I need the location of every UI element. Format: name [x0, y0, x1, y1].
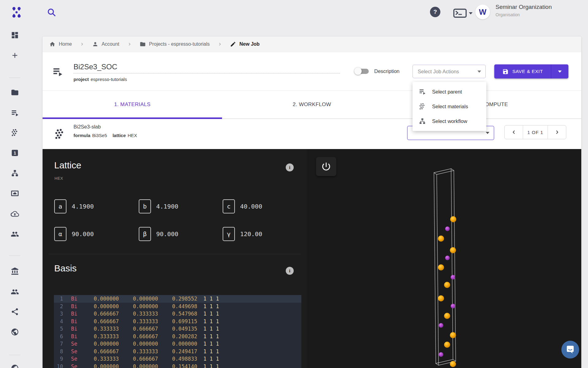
tab-materials[interactable]: 1. MATERIALS [43, 91, 222, 118]
chevron-down-icon [477, 71, 481, 73]
save-icon [502, 68, 509, 75]
basis-row[interactable]: 6Bi0.3333330.6666670.2002821 1 1 [54, 333, 301, 340]
sidebar-item-workflows[interactable] [9, 167, 21, 179]
sidebar-item-shared[interactable] [9, 305, 21, 318]
lattice-value-gamma[interactable]: 120.00 [240, 230, 262, 238]
basis-info-icon[interactable]: i [286, 267, 294, 275]
coord-y: 0.000000 [133, 363, 160, 368]
help-icon[interactable]: ? [430, 7, 440, 17]
structure-viewer[interactable] [307, 149, 581, 368]
lattice-value-beta[interactable]: 90.000 [156, 230, 178, 238]
sidebar-item-default-material[interactable]: 1 [9, 147, 21, 159]
chevron-down-icon [558, 71, 562, 73]
lattice-value-a[interactable]: 4.1900 [72, 203, 94, 210]
atom-Bi[interactable] [451, 304, 455, 309]
sidebar-item-images[interactable] [9, 187, 21, 199]
lattice-type: HEX [55, 176, 63, 181]
basis-row[interactable]: 1Bi0.0000000.0000000.2985521 1 1 [54, 295, 301, 303]
prev-page-button[interactable] [505, 125, 523, 139]
atom-Se[interactable] [438, 236, 444, 242]
atom-Bi[interactable] [445, 256, 450, 260]
lattice-value-b[interactable]: 4.1900 [156, 203, 178, 210]
menu-item-select-materials[interactable]: Select materials [413, 99, 486, 114]
job-title[interactable]: Bi2Se3_SOC [74, 63, 117, 71]
atom-Bi[interactable] [445, 227, 450, 231]
atom-Se[interactable] [450, 361, 456, 367]
basis-row[interactable]: 5Bi0.3333330.6666670.0491351 1 1 [54, 325, 301, 333]
job-actions-select[interactable]: Select Job Actions [413, 65, 486, 78]
lattice-field-beta[interactable]: β90.000 [139, 227, 223, 241]
basis-row[interactable]: 9Se0.3333330.6666670.4988331 1 1 [54, 355, 301, 363]
lattice-field-alpha[interactable]: α90.000 [54, 227, 139, 241]
constraint-flags: 1 1 1 [203, 318, 219, 325]
sidebar-item-members[interactable] [9, 286, 21, 298]
atom-Se[interactable] [438, 295, 444, 301]
basis-editor[interactable]: 1Bi0.0000000.0000000.2985521 1 12Bi0.000… [54, 295, 301, 368]
element-symbol: Se [71, 340, 81, 348]
sidebar-item-dashboard[interactable] [9, 29, 21, 41]
basis-row[interactable]: 2Bi0.0000000.0000000.4496981 1 1 [54, 303, 301, 310]
material-name[interactable]: Bi2Se3-slab [74, 124, 101, 130]
sidebar-item-public[interactable] [9, 326, 21, 338]
element-symbol: Bi [71, 303, 81, 310]
description-toggle[interactable] [355, 69, 369, 74]
atom-Se[interactable] [444, 342, 450, 348]
breadcrumb-item-new-job[interactable]: New Job [230, 41, 260, 47]
sidebar-item-team[interactable] [9, 228, 21, 240]
atom-Bi[interactable] [451, 275, 455, 280]
lattice-value-alpha[interactable]: 90.000 [72, 230, 94, 238]
basis-row[interactable]: 3Bi0.6666670.3333330.5479681 1 1 [54, 310, 301, 318]
atom-Se[interactable] [444, 282, 450, 288]
chat-launcher[interactable] [561, 341, 579, 358]
basis-row[interactable]: 8Se0.6666670.3333330.2494171 1 1 [54, 348, 301, 355]
lattice-value: HEX [128, 133, 137, 138]
sidebar-item-jobs[interactable] [9, 107, 21, 119]
sidebar-item-create-new[interactable] [9, 49, 21, 61]
breadcrumb-label: Account [102, 41, 119, 47]
basis-row[interactable]: 10Se0.0000000.0000000.1541401 1 1 [54, 363, 301, 368]
menu-item-select-parent[interactable]: Select parent [413, 84, 486, 99]
atom-Se[interactable] [450, 247, 456, 253]
constraint-flags: 1 1 1 [203, 355, 219, 363]
save-exit-label: SAVE & EXIT [512, 69, 543, 74]
formula-label: formula [74, 133, 90, 138]
active-tab-indicator [43, 117, 222, 119]
lattice-value-c[interactable]: 40.000 [240, 203, 262, 210]
lattice-field-c[interactable]: c40.000 [223, 199, 296, 213]
lattice-field-b[interactable]: b4.1900 [139, 199, 223, 213]
coord-z: 0.249417 [172, 348, 199, 355]
lattice-field-gamma[interactable]: γ120.00 [223, 227, 296, 241]
sidebar-item-uploads[interactable] [9, 208, 21, 220]
next-page-button[interactable] [548, 125, 566, 139]
save-options-button[interactable] [551, 64, 568, 79]
breadcrumb-item-account[interactable]: Account [92, 41, 119, 47]
atom-Se[interactable] [450, 332, 456, 338]
sidebar-item-organization[interactable] [9, 265, 21, 277]
avatar[interactable]: W [475, 5, 490, 19]
crystal-cell-canvas[interactable] [307, 149, 581, 368]
sidebar-item-projects[interactable] [9, 86, 21, 98]
breadcrumb-item-projects-espresso-tutorials[interactable]: Projects - espresso-tutorials [140, 41, 210, 47]
atom-Se[interactable] [444, 313, 450, 319]
atom-Se[interactable] [450, 216, 456, 222]
viewer-power-button[interactable] [316, 157, 336, 176]
atom-Bi[interactable] [439, 352, 443, 357]
search-icon[interactable] [47, 7, 56, 17]
atom-Se[interactable] [438, 264, 444, 270]
lattice-info-icon[interactable]: i [286, 163, 294, 171]
basis-row[interactable]: 4Bi0.6666670.3333330.6991151 1 1 [54, 318, 301, 325]
console-menu-button[interactable] [453, 8, 474, 19]
sidebar-item-materials[interactable] [9, 126, 21, 139]
breadcrumb-separator-icon [127, 41, 132, 47]
sidebar-item-web[interactable] [9, 362, 21, 368]
organization-block[interactable]: Seminar Organization Organisation [496, 4, 552, 17]
save-exit-button[interactable]: SAVE & EXIT [494, 64, 568, 79]
lattice-field-a[interactable]: a4.1900 [54, 199, 139, 213]
atom-Bi[interactable] [439, 323, 443, 328]
save-exit-main[interactable]: SAVE & EXIT [494, 68, 551, 75]
toggle-knob [354, 67, 362, 75]
menu-item-select-workflow[interactable]: Select workflow [413, 114, 486, 128]
basis-row[interactable]: 7Se0.0000000.0000000.0000001 1 1 [54, 340, 301, 348]
breadcrumb-item-home[interactable]: Home [49, 41, 72, 47]
tab-workflow[interactable]: 2. WORKFLOW [222, 91, 401, 118]
